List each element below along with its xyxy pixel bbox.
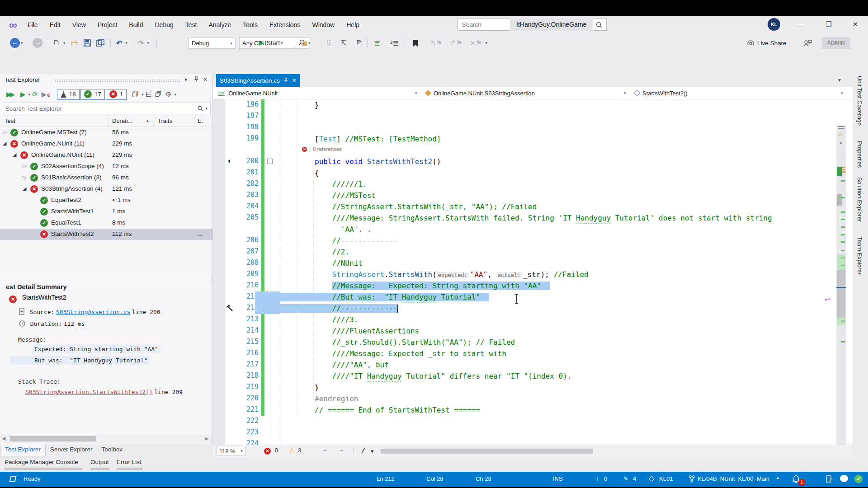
menu-item-help[interactable]: Help [341,19,364,30]
line-number[interactable]: 224 [226,439,259,445]
line-number[interactable]: 217 [226,360,259,368]
line-number[interactable]: 210 [226,281,259,289]
menu-item-file[interactable]: File [23,19,43,30]
code-text[interactable]: public void StartsWithTest2() [280,156,441,167]
row-overflow-indicator[interactable]: ... [198,230,203,237]
code-text[interactable]: //StringAssert.StartsWith(_str, "AA"); /… [280,202,537,212]
side-tab-unit-test-coverage[interactable]: Unit Test Coverage [856,76,863,126]
code-text[interactable]: //NUnit [280,258,363,268]
code-text[interactable]: ////Message: Expected _str to start with [280,348,506,359]
code-line[interactable]: 220 #endregion [213,393,853,404]
save-all-button[interactable] [96,36,105,50]
close-button[interactable]: ✕ [849,19,861,29]
expand-icon[interactable]: ▷ [3,129,6,135]
fold-collapse-icon[interactable]: − [267,159,273,164]
push-count[interactable]: 0 [604,475,607,482]
panel-tab-test-explorer[interactable]: Test Explorer [0,444,46,456]
navigate-back-icon[interactable]: ← [322,446,328,453]
run-tests-button[interactable]: ▶ [20,90,26,99]
test-tree-row[interactable]: ◢✕S03StringAssertion (4)121 ms [0,183,213,195]
code-cleanup-broom-icon[interactable] [360,447,368,455]
menu-item-analyze[interactable]: Analyze [203,19,236,30]
close-icon[interactable]: ✕ [292,77,297,84]
navigate-forward-icon[interactable]: → [338,446,344,453]
line-number[interactable]: 207 [226,247,259,255]
line-number[interactable]: 204 [226,202,259,210]
test-search-box[interactable]: Search Test Explorer ▾ [2,103,211,114]
branch-menu-icon[interactable]: ▲ [776,475,780,480]
code-text[interactable]: //_str.Should().StartWith("AA"); // Fail… [280,337,515,347]
test-explorer-header[interactable]: Test Explorer ▾ ✕ [0,74,213,87]
code-text[interactable]: ////MSTest [280,190,376,201]
chat-bubble-icon[interactable] [840,475,848,482]
test-tree-row[interactable]: ◢✕OnlineGame.NUnit (11)229 ms [0,150,213,161]
code-line[interactable]: 196 } [213,99,853,111]
live-share-button[interactable]: Live Share [747,37,787,49]
line-number[interactable]: 203 [226,191,259,199]
side-tab-properties[interactable]: Properties [856,141,863,168]
code-text[interactable]: //////1. [280,179,367,189]
document-outline-button[interactable]: 🗎 [354,36,365,50]
line-number[interactable]: 209 [226,270,259,278]
menu-item-debug[interactable]: Debug [150,19,179,30]
document-list-icon[interactable]: ▼ [837,78,842,83]
go-to-definition-button[interactable]: ⇱ [338,36,349,50]
test-tree-row[interactable]: ▷✓S02AssertionScope (4)12 ms [0,161,213,172]
column-error[interactable]: E. [198,117,203,124]
line-number[interactable]: 220 [226,394,259,402]
line-number[interactable]: 215 [226,338,259,346]
repository-name[interactable]: KL01 [659,475,673,482]
code-text[interactable]: //------------- [280,235,397,246]
line-number[interactable]: 214 [226,326,259,334]
code-line[interactable]: 199 [Test] //MSTest: [TestMethod] [213,133,853,145]
solution-configuration-select[interactable]: Debug ▾ [189,38,236,49]
code-text[interactable]: } [280,100,319,110]
scroll-right-icon[interactable]: ▶ [205,436,208,441]
test-tree-row[interactable]: ▷✓OnlineGame.MSTest (7)56 ms [0,127,213,138]
bottom-tab-package-manager-console[interactable]: Package Manager Console [5,459,78,465]
collapse-icon[interactable]: ◢ [3,141,6,146]
line-number[interactable]: 216 [226,349,259,357]
feedback-doc-icon[interactable] [826,475,833,483]
code-line[interactable]: 212 //------------- [213,303,853,314]
code-text[interactable]: 'AA'. . [280,224,371,235]
menu-item-window[interactable]: Window [307,19,340,30]
test-tree-row[interactable]: ◢✕OnlineGame.NUnit (11)229 ms [0,138,213,150]
status-column[interactable]: Col 28 [426,475,443,482]
pin-icon[interactable] [283,78,288,83]
line-number[interactable]: 222 [226,417,259,425]
code-line[interactable]: 221 // ====== End of StartsWithTest ====… [213,404,853,416]
test-tree-row[interactable]: ✕StartsWithTest2112 ms... [0,229,213,240]
panel-tab-server-explorer[interactable]: Server Explorer [46,444,97,456]
collapse-icon[interactable]: ◢ [23,186,26,192]
redo-button[interactable]: ↷ ▾ [136,36,149,50]
expand-icon[interactable]: ▷ [23,174,26,180]
feedback-button[interactable] [802,36,812,50]
line-number[interactable]: 213 [226,315,259,323]
menu-item-test[interactable]: Test [180,19,202,30]
indent-lines-button[interactable]: ≣ [372,36,382,50]
code-text[interactable]: //2. [280,247,349,257]
code-line[interactable]: 201 { [213,167,853,178]
code-text[interactable]: [Test] //MSTest: [TestMethod] [280,134,441,144]
line-number[interactable]: 218 [226,371,259,380]
toggle-bookmark-button[interactable] [412,36,419,50]
code-line[interactable]: 198 [213,122,853,133]
window-position-icon[interactable]: ▾ [184,76,187,83]
user-avatar[interactable]: KL [768,18,780,31]
detail-test-row[interactable]: ✕ StartsWithTest2 [9,295,63,303]
code-line[interactable]: 224 [213,438,853,445]
menu-item-build[interactable]: Build [124,19,148,30]
test-marker-icon[interactable]: ◐ [228,157,232,164]
navigate-forward-button[interactable]: → [33,36,42,50]
splitter-handle[interactable] [838,126,844,127]
code-line[interactable]: 197 [213,111,853,122]
background-tasks-icon[interactable] [9,476,17,482]
column-duration[interactable]: Durati... [112,117,133,124]
settings-button[interactable]: ⚙ [165,90,171,99]
admin-button[interactable]: ADMIN [822,37,850,49]
quick-actions-hammer-icon[interactable] [225,304,234,314]
scroll-left-icon[interactable]: ◀ [2,436,5,441]
pending-edits-icon[interactable]: ✎ [623,475,628,482]
code-line[interactable]: 202 //////1. [213,178,853,190]
